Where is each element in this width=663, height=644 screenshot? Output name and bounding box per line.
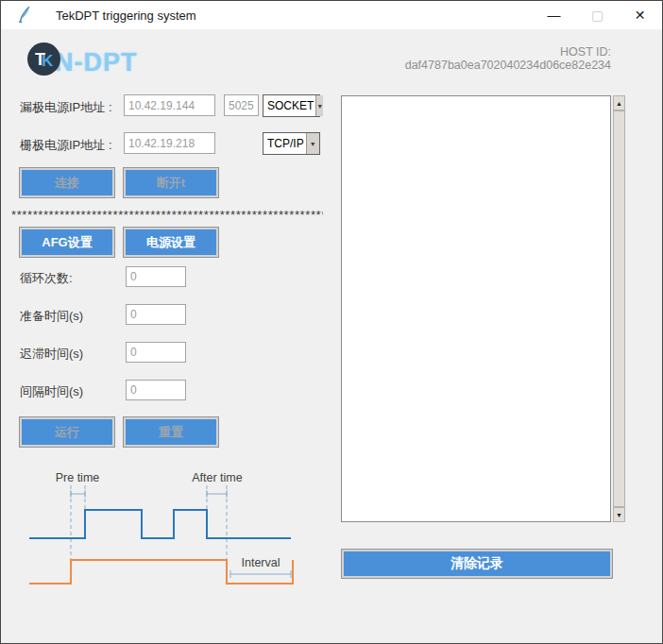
close-button[interactable]: ✕ (619, 1, 661, 29)
prepare-time-input[interactable] (126, 304, 186, 325)
interval-time-label: 间隔时间(s) (20, 383, 83, 400)
loop-count-label: 循环次数: (20, 270, 73, 287)
app-window: TekDPT triggering system — ▢ ✕ N-DPT T K… (0, 0, 663, 644)
log-scrollbar[interactable]: ▲ ▼ (613, 95, 625, 522)
scroll-down-icon[interactable]: ▼ (613, 507, 625, 522)
drain-ip-input[interactable] (124, 94, 215, 116)
delay-time-input[interactable] (126, 342, 186, 363)
log-output[interactable] (341, 95, 611, 522)
interval-time-input[interactable] (126, 380, 186, 400)
maximize-button[interactable]: ▢ (576, 1, 619, 29)
feather-icon (17, 6, 31, 25)
chevron-down-icon[interactable]: ▼ (306, 133, 319, 154)
scrollbar-thumb[interactable] (613, 110, 625, 507)
pre-time-label: Pre time (56, 471, 100, 484)
clear-log-button[interactable]: 清除记录 (342, 550, 612, 578)
drain-ip-label: 漏极电源IP地址 : (20, 99, 112, 116)
loop-count-input[interactable] (126, 266, 186, 287)
gate-protocol-select[interactable]: TCP/IP ▼ (263, 132, 320, 155)
delay-time-label: 迟滞时间(s) (20, 346, 83, 363)
interval-label: Interval (242, 556, 280, 569)
scroll-up-icon[interactable]: ▲ (613, 95, 625, 110)
timing-diagram: Pre time After time Interval (10, 468, 322, 601)
drain-protocol-value: SOCKET (264, 95, 315, 116)
chevron-down-icon[interactable]: ▼ (315, 95, 323, 116)
run-button[interactable]: 运行 (20, 417, 114, 447)
power-settings-button[interactable]: 电源设置 (124, 228, 218, 257)
after-time-label: After time (192, 471, 243, 484)
host-id-label: HOST ID: daf4787ba0ea702040234d06ce82e23… (369, 45, 611, 72)
drain-port-input[interactable] (224, 94, 259, 116)
gate-protocol-value: TCP/IP (264, 133, 306, 154)
connect-button[interactable]: 连接 (20, 168, 114, 197)
logo-tk-icon: T K (26, 42, 61, 76)
svg-text:K: K (42, 52, 54, 70)
window-title: TekDPT triggering system (56, 8, 196, 23)
afg-settings-button[interactable]: AFG设置 (20, 228, 114, 257)
reset-button[interactable]: 重置 (124, 417, 218, 447)
gate-ip-input[interactable] (124, 132, 215, 154)
logo-wordmark: N-DPT (55, 48, 138, 77)
asterisk-separator: ****************************************… (11, 208, 323, 222)
drain-protocol-select[interactable]: SOCKET ▼ (263, 94, 320, 117)
title-bar: TekDPT triggering system — ▢ ✕ (1, 1, 662, 29)
gate-ip-label: 栅极电源IP地址 : (20, 137, 112, 154)
minimize-button[interactable]: — (533, 1, 575, 29)
prepare-time-label: 准备时间(s) (20, 308, 83, 325)
disconnect-button[interactable]: 断开t (124, 168, 218, 197)
